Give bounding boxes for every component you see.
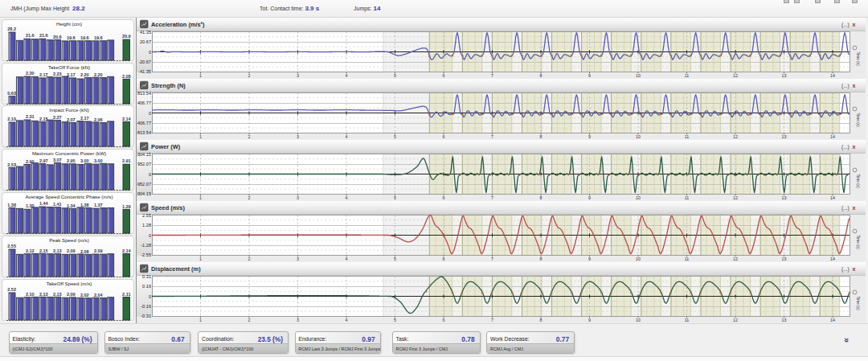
svg-text:1.37: 1.37 bbox=[93, 203, 102, 207]
svg-text:13: 13 bbox=[782, 195, 787, 200]
svg-text:Time (s): Time (s) bbox=[856, 236, 860, 250]
svg-text:(...): (...) bbox=[841, 22, 850, 28]
svg-text:6: 6 bbox=[443, 256, 445, 261]
svg-text:Acceleration (m/s²): Acceleration (m/s²) bbox=[151, 21, 205, 28]
svg-text:28.2: 28.2 bbox=[7, 27, 16, 31]
svg-text:14: 14 bbox=[830, 195, 835, 200]
svg-text:2.97: 2.97 bbox=[39, 158, 47, 163]
svg-text:0: 0 bbox=[149, 111, 151, 116]
svg-text:7: 7 bbox=[491, 195, 493, 200]
svg-text:2: 2 bbox=[248, 195, 251, 200]
svg-text:13: 13 bbox=[782, 134, 787, 139]
svg-text:-1904.15: -1904.15 bbox=[136, 191, 151, 196]
svg-text:2.31: 2.31 bbox=[25, 115, 34, 120]
svg-text:2.15: 2.15 bbox=[39, 248, 47, 252]
svg-text:2.17: 2.17 bbox=[66, 72, 75, 77]
svg-text:2.10: 2.10 bbox=[7, 117, 16, 122]
svg-text:x: x bbox=[853, 22, 856, 27]
svg-text:2.30: 2.30 bbox=[25, 71, 34, 76]
svg-text:21.6: 21.6 bbox=[25, 33, 34, 38]
svg-text:2.14: 2.14 bbox=[121, 117, 131, 121]
svg-text:11: 11 bbox=[685, 318, 690, 322]
svg-text:21.6: 21.6 bbox=[39, 33, 47, 38]
svg-text:2.10: 2.10 bbox=[25, 292, 34, 297]
svg-text:12: 12 bbox=[733, 195, 738, 200]
svg-text:2.09: 2.09 bbox=[93, 248, 102, 253]
svg-text:Strength (N): Strength (N) bbox=[151, 82, 186, 89]
svg-text:2.91: 2.91 bbox=[121, 159, 130, 164]
svg-text:2.23: 2.23 bbox=[52, 72, 61, 76]
svg-text:1: 1 bbox=[199, 134, 202, 139]
svg-text:0.16: 0.16 bbox=[142, 284, 151, 289]
svg-text:1.41: 1.41 bbox=[52, 202, 61, 207]
svg-text:2: 2 bbox=[248, 73, 251, 78]
svg-text:Power (W): Power (W) bbox=[151, 143, 181, 150]
svg-text:11: 11 bbox=[685, 195, 690, 200]
svg-text:1.38: 1.38 bbox=[7, 203, 16, 207]
svg-text:11: 11 bbox=[685, 73, 690, 78]
svg-text:0: 0 bbox=[149, 172, 151, 177]
svg-text:11: 11 bbox=[685, 134, 690, 139]
svg-text:x: x bbox=[853, 144, 856, 150]
svg-text:1904.15: 1904.15 bbox=[136, 152, 151, 157]
svg-text:5: 5 bbox=[394, 73, 396, 78]
svg-text:13: 13 bbox=[782, 318, 787, 322]
svg-text:4: 4 bbox=[346, 195, 348, 200]
svg-text:5: 5 bbox=[394, 134, 396, 139]
svg-text:6: 6 bbox=[443, 134, 445, 139]
svg-text:19.6: 19.6 bbox=[93, 35, 102, 40]
svg-text:2: 2 bbox=[248, 134, 251, 139]
svg-text:0: 0 bbox=[149, 50, 151, 55]
svg-text:6: 6 bbox=[443, 318, 445, 322]
svg-text:12: 12 bbox=[733, 318, 738, 322]
svg-text:Time (s): Time (s) bbox=[856, 52, 860, 67]
svg-text:5: 5 bbox=[394, 195, 396, 200]
svg-text:2.20: 2.20 bbox=[80, 72, 88, 76]
svg-text:2.95: 2.95 bbox=[66, 158, 75, 163]
svg-text:2.52: 2.52 bbox=[7, 287, 16, 292]
svg-text:1.44: 1.44 bbox=[39, 201, 48, 206]
svg-text:1.38: 1.38 bbox=[80, 203, 88, 207]
svg-text:3.07: 3.07 bbox=[52, 158, 61, 162]
svg-text:0: 0 bbox=[149, 233, 151, 238]
svg-text:-20.67: -20.67 bbox=[138, 59, 151, 64]
svg-text:8: 8 bbox=[540, 318, 542, 322]
svg-text:2.06: 2.06 bbox=[93, 117, 102, 122]
svg-text:7: 7 bbox=[491, 73, 493, 78]
svg-text:2.13: 2.13 bbox=[52, 248, 61, 253]
svg-text:-1.28: -1.28 bbox=[141, 243, 151, 248]
svg-text:13: 13 bbox=[782, 73, 787, 78]
svg-text:2.90: 2.90 bbox=[25, 159, 34, 164]
svg-text:(...): (...) bbox=[841, 205, 850, 211]
svg-text:Time (s): Time (s) bbox=[856, 174, 860, 189]
svg-text:Average Speed Concentric Phase: Average Speed Concentric Phase (m/s) bbox=[25, 194, 113, 199]
svg-text:10: 10 bbox=[636, 195, 641, 200]
svg-text:-0.16: -0.16 bbox=[141, 304, 151, 309]
svg-text:8: 8 bbox=[540, 195, 542, 200]
svg-text:7: 7 bbox=[491, 318, 493, 322]
svg-text:2.02: 2.02 bbox=[80, 293, 88, 297]
svg-text:-813.54: -813.54 bbox=[136, 130, 151, 135]
svg-text:952.07: 952.07 bbox=[137, 162, 151, 166]
svg-text:19.6: 19.6 bbox=[80, 35, 88, 40]
svg-text:9: 9 bbox=[588, 256, 591, 261]
svg-text:2.53: 2.53 bbox=[7, 162, 16, 167]
svg-text:2.12: 2.12 bbox=[25, 248, 34, 253]
svg-text:2.08: 2.08 bbox=[80, 248, 88, 253]
svg-text:2.20: 2.20 bbox=[93, 72, 102, 76]
svg-text:2.17: 2.17 bbox=[39, 72, 47, 77]
svg-text:(...): (...) bbox=[841, 144, 850, 150]
svg-text:Time (s): Time (s) bbox=[856, 297, 860, 311]
svg-text:(...): (...) bbox=[841, 266, 850, 273]
svg-text:9: 9 bbox=[588, 318, 591, 322]
svg-text:5: 5 bbox=[394, 318, 396, 322]
svg-text:3: 3 bbox=[297, 318, 299, 322]
svg-text:Displacement (m): Displacement (m) bbox=[151, 265, 201, 273]
svg-text:20.6: 20.6 bbox=[52, 34, 61, 39]
svg-text:10: 10 bbox=[636, 256, 641, 261]
svg-text:20.9: 20.9 bbox=[121, 34, 130, 39]
svg-text:6: 6 bbox=[443, 195, 445, 200]
svg-text:6: 6 bbox=[443, 73, 445, 78]
svg-text:1.34: 1.34 bbox=[66, 203, 76, 208]
svg-text:x: x bbox=[853, 205, 856, 211]
